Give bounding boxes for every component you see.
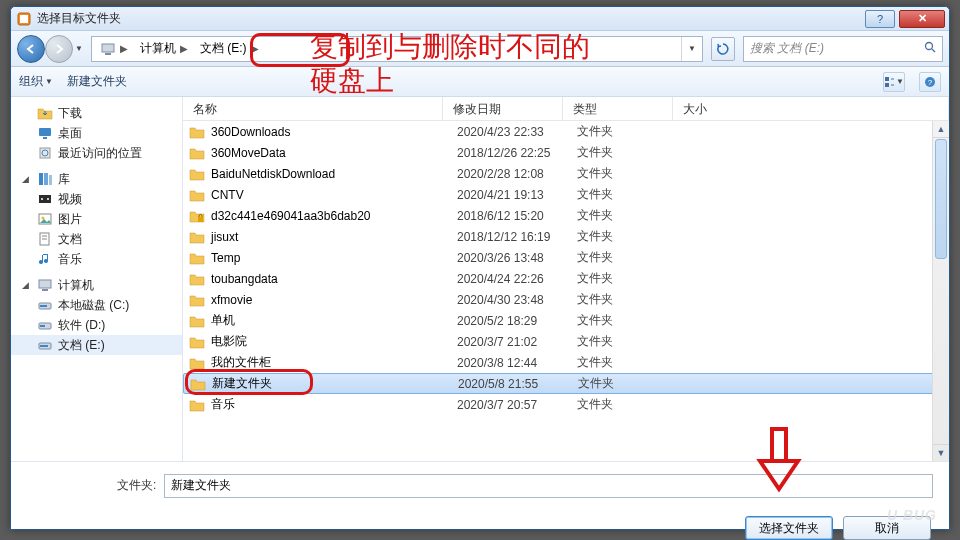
tree-drive-c[interactable]: 本地磁盘 (C:) [11,295,182,315]
svg-rect-32 [40,325,45,327]
videos-icon [37,191,53,207]
nav-history-dropdown[interactable]: ▼ [75,44,83,53]
collapse-icon[interactable]: ◢ [21,175,30,184]
documents-icon [37,231,53,247]
table-row[interactable]: 我的文件柜2020/3/8 12:44文件夹 [183,352,949,373]
file-name: d32c441e469041aa3b6dab20 [211,209,457,223]
back-button[interactable] [17,35,45,63]
file-type: 文件夹 [577,165,687,182]
drive-icon [37,297,53,313]
titlebar: 选择目标文件夹 ? ✕ [11,7,949,31]
folder-icon [189,208,205,224]
svg-rect-19 [39,195,51,203]
svg-rect-30 [40,305,47,307]
folder-icon [189,145,205,161]
file-name: jisuxt [211,230,457,244]
folder-icon [189,292,205,308]
file-type: 文件夹 [577,354,687,371]
address-dropdown[interactable]: ▼ [681,37,702,61]
file-name: 我的文件柜 [211,354,457,371]
desktop-icon [37,125,53,141]
table-row[interactable]: 单机2020/5/2 18:29文件夹 [183,310,949,331]
table-row[interactable]: Temp2020/3/26 13:48文件夹 [183,247,949,268]
tree-videos[interactable]: 视频 [11,189,182,209]
scroll-up-arrow[interactable]: ▲ [933,121,949,138]
crumb-drive-label: 文档 (E:) [200,40,247,57]
table-row[interactable]: 360MoveData2018/12/26 22:25文件夹 [183,142,949,163]
tree-desktop[interactable]: 桌面 [11,123,182,143]
nav-tree[interactable]: 下载 桌面 最近访问的位置 ◢库 视频 图片 文档 音乐 ◢计算机 本地磁盘 (… [11,97,183,461]
tree-recent[interactable]: 最近访问的位置 [11,143,182,163]
tree-downloads[interactable]: 下载 [11,103,182,123]
table-row[interactable]: 音乐2020/3/7 20:57文件夹 [183,394,949,415]
close-button[interactable]: ✕ [899,10,945,28]
file-date: 2020/3/8 12:44 [457,356,577,370]
crumb-computer-icon[interactable]: ▶ [96,37,136,61]
col-size[interactable]: 大小 [673,97,949,120]
forward-button[interactable] [45,35,73,63]
file-date: 2020/4/23 22:33 [457,125,577,139]
table-row[interactable]: CNTV2020/4/21 19:13文件夹 [183,184,949,205]
file-type: 文件夹 [577,270,687,287]
toolbar: 组织 ▼ 新建文件夹 ▼ ? [11,67,949,97]
drive-icon [37,317,53,333]
file-date: 2020/3/26 13:48 [457,251,577,265]
search-box[interactable]: 搜索 文档 (E:) [743,36,943,62]
folder-icon [189,166,205,182]
file-date: 2020/3/7 21:02 [457,335,577,349]
tree-music[interactable]: 音乐 [11,249,182,269]
tree-drive-d[interactable]: 软件 (D:) [11,315,182,335]
file-type: 文件夹 [577,144,687,161]
scroll-thumb[interactable] [935,139,947,259]
table-row[interactable]: 新建文件夹2020/5/8 21:55文件夹 [183,373,949,394]
col-type[interactable]: 类型 [563,97,673,120]
vertical-scrollbar[interactable]: ▲ ▼ [932,121,949,461]
table-row[interactable]: jisuxt2018/12/12 16:19文件夹 [183,226,949,247]
folder-name-input[interactable] [164,474,933,498]
tree-computer[interactable]: ◢计算机 [11,275,182,295]
dialog-window: 选择目标文件夹 ? ✕ ▼ ▶ 计算机 ▶ 文档 (E:) ▶ ▼ [10,6,950,530]
col-name[interactable]: 名称 [183,97,443,120]
collapse-icon[interactable]: ◢ [21,281,30,290]
table-row[interactable]: 360Downloads2020/4/23 22:33文件夹 [183,121,949,142]
organize-menu[interactable]: 组织 ▼ [19,73,53,90]
help-button[interactable]: ? [865,10,895,28]
tree-libraries[interactable]: ◢库 [11,169,182,189]
table-row[interactable]: xfmovie2020/4/30 23:48文件夹 [183,289,949,310]
dialog-body: 下载 桌面 最近访问的位置 ◢库 视频 图片 文档 音乐 ◢计算机 本地磁盘 (… [11,97,949,461]
watermark: U BUG [887,507,937,523]
table-row[interactable]: toubangdata2020/4/24 22:26文件夹 [183,268,949,289]
svg-rect-35 [198,217,203,222]
view-options-button[interactable]: ▼ [883,72,905,92]
address-bar[interactable]: ▶ 计算机 ▶ 文档 (E:) ▶ ▼ [91,36,703,62]
file-type: 文件夹 [577,333,687,350]
refresh-button[interactable] [711,37,735,61]
svg-rect-3 [105,53,111,55]
file-date: 2018/6/12 15:20 [457,209,577,223]
crumb-drive[interactable]: 文档 (E:) ▶ [196,37,267,61]
new-folder-button[interactable]: 新建文件夹 [67,73,127,90]
table-row[interactable]: d32c441e469041aa3b6dab202018/6/12 15:20文… [183,205,949,226]
tree-pictures[interactable]: 图片 [11,209,182,229]
scroll-down-arrow[interactable]: ▼ [933,444,949,461]
svg-rect-13 [43,137,47,139]
folder-icon [189,187,205,203]
tree-drive-e[interactable]: 文档 (E:) [11,335,182,355]
select-folder-button[interactable]: 选择文件夹 [745,516,833,540]
svg-rect-18 [49,175,52,185]
svg-rect-28 [42,289,48,291]
table-row[interactable]: 电影院2020/3/7 21:02文件夹 [183,331,949,352]
svg-rect-34 [40,345,48,347]
file-date: 2018/12/26 22:25 [457,146,577,160]
table-row[interactable]: BaiduNetdiskDownload2020/2/28 12:08文件夹 [183,163,949,184]
downloads-icon [37,105,53,121]
window-title: 选择目标文件夹 [37,10,865,27]
folder-icon [189,229,205,245]
file-date: 2020/3/7 20:57 [457,398,577,412]
file-date: 2020/4/30 23:48 [457,293,577,307]
crumb-computer[interactable]: 计算机 ▶ [136,37,196,61]
file-name: 新建文件夹 [212,375,458,392]
col-date[interactable]: 修改日期 [443,97,563,120]
tree-documents[interactable]: 文档 [11,229,182,249]
help-icon-button[interactable]: ? [919,72,941,92]
